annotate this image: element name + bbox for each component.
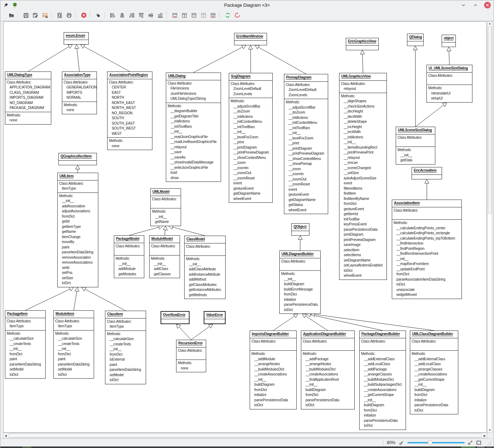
align-bottom-button[interactable] — [156, 11, 165, 20]
class-name: OverflowError — [161, 312, 189, 319]
re-layout-button[interactable] — [223, 11, 232, 20]
uml-class-ModuleModel[interactable]: ModuleModelClass Attributes:Methods:__in… — [149, 235, 180, 278]
zoom-slider-handle[interactable] — [428, 440, 432, 445]
uml-class-EricMainWindow[interactable]: EricMainWindow — [234, 33, 267, 45]
distribute-vertical-button[interactable] — [180, 11, 189, 20]
uml-class-EricArrowItem[interactable]: EricArrowItem — [412, 167, 442, 179]
uml-class-object[interactable]: object — [442, 35, 456, 47]
toolbar-separator — [104, 12, 106, 18]
toolbar-separator — [219, 12, 221, 18]
maximize-button[interactable] — [472, 1, 479, 8]
align-bottom-icon — [157, 12, 163, 18]
uml-class-ImportsDiagramBuilder[interactable]: ImportsDiagramBuilderClass Attributes:Me… — [250, 331, 297, 409]
uml-class-UMLClassDiagramBuilder[interactable]: UMLClassDiagramBuilderClass Attributes:M… — [410, 331, 458, 414]
uml-class-QDialog[interactable]: QDialog — [407, 34, 424, 46]
save-as-button[interactable] — [31, 11, 40, 20]
uml-class-AssociationItem[interactable]: AssociationItemClass Attributes:Methods:… — [392, 200, 462, 299]
uml-class-UMLDialog[interactable]: UMLDialogClass Attributes:FileVersionsJs… — [166, 73, 221, 182]
uml-class-PackageDiagramBuilder[interactable]: PackageDiagramBuilderClass Attributes:Me… — [359, 331, 406, 430]
zoom-slider[interactable] — [407, 440, 465, 446]
align-vcenter-button[interactable] — [146, 11, 156, 20]
align-right-button[interactable] — [127, 11, 136, 20]
uml-class-UMLItem[interactable]: UMLItemClass Attributes:ItemTypeMethods:… — [57, 173, 98, 287]
zoom-full-button[interactable] — [475, 440, 482, 446]
vertical-scrollbar-thumb[interactable] — [488, 26, 492, 214]
center-horizontal-icon — [191, 12, 197, 18]
toolbar-separator — [51, 12, 53, 18]
uml-class-enum.Enum[interactable]: enum.Enum — [64, 32, 89, 45]
uml-class-UMLModel[interactable]: UMLModelClass Attributes:Methods:__init_… — [150, 188, 181, 226]
class-name: RecursionError — [176, 340, 206, 348]
snap-to-grid-button[interactable] — [208, 11, 218, 20]
class-name: UMLDiagramBuilder — [280, 251, 320, 258]
methods-compartment: Methods:__addModule__arrangeNodes__build… — [250, 350, 296, 409]
uml-class-RecursionError[interactable]: RecursionErrorClass Attributes:Methods:n… — [176, 340, 206, 372]
titlebar[interactable]: eric Package Diagram <3> — [0, 0, 494, 10]
uml-class-ValueError[interactable]: ValueError — [204, 311, 226, 324]
uml-class-EricGraphicsView[interactable]: EricGraphicsView — [346, 38, 379, 50]
pin-icon[interactable] — [3, 2, 8, 8]
re-scan-button[interactable] — [232, 11, 242, 20]
methods-compartment: Methods:__init__getData — [396, 147, 435, 164]
close-button[interactable] — [484, 1, 491, 8]
uml-class-PackageItem[interactable]: PackageItemClass Attributes:ItemTypeMeth… — [5, 310, 46, 379]
distribute-vertical-icon — [181, 12, 187, 18]
align-hcenter-button[interactable] — [117, 11, 127, 20]
uml-class-PixmapDiagram[interactable]: PixmapDiagramClass Attributes:ZoomLevelD… — [284, 74, 328, 214]
uml-class-ClassModel[interactable]: ClassModelClass Attributes:Methods:__ini… — [184, 236, 226, 299]
uml-class-AssociationType[interactable]: AssociationTypeClass Attributes:GENERALI… — [62, 71, 97, 114]
scroll-right-arrow[interactable]: ▶ — [484, 434, 486, 437]
minimize-button[interactable] — [460, 1, 467, 8]
eric-app-icon: eric — [12, 2, 18, 8]
align-top-button[interactable] — [136, 11, 146, 20]
uml-class-UMLDialogType[interactable]: UMLDialogTypeClass Attributes:APPLICATIO… — [5, 71, 51, 125]
print-button[interactable] — [64, 11, 74, 20]
zoom-in-icon — [467, 440, 473, 446]
uml-class-UMLDiagramBuilder[interactable]: UMLDiagramBuilderClass Attributes:Method… — [279, 251, 321, 314]
zoom-percentage: 80% — [387, 440, 395, 445]
class-name: object — [442, 35, 455, 42]
toolbar-separator — [167, 12, 168, 18]
uml-class-ApplicationDiagramBuilder[interactable]: ApplicationDiagramBuilderClass Attribute… — [301, 331, 355, 409]
horizontal-scrollbar-thumb[interactable] — [8, 433, 482, 437]
methods-compartment: Methods:__addExternalClass__addLocalClas… — [360, 350, 406, 430]
uml-class-QGraphicsRectItem[interactable]: QGraphicsRectItem — [58, 153, 97, 165]
uml-class-UMLSceneSizeDialog[interactable]: UMLSceneSizeDialogClass Attributes:Metho… — [396, 127, 435, 165]
uml-class-SvgDiagram[interactable]: SvgDiagramClass Attributes:ZoomLevelDefa… — [229, 73, 273, 203]
save-button[interactable] — [21, 11, 31, 20]
uml-class-ModuleItem[interactable]: ModuleItemClass Attributes:ItemTypeMetho… — [53, 310, 94, 379]
attributes-compartment: Class Attributes:ItemType — [5, 318, 45, 330]
size-grip[interactable] — [486, 440, 492, 446]
attributes-compartment: Class Attributes:ZoomLevelDefaultZoomLev… — [284, 82, 328, 99]
methods-compartment: Methods:__init__getName — [151, 208, 181, 226]
scroll-left-arrow[interactable]: ◀ — [5, 434, 7, 437]
save-image-button[interactable] — [40, 11, 50, 20]
delete-shape-button[interactable] — [93, 11, 103, 20]
uml-class-QObject[interactable]: QObject — [291, 223, 309, 236]
taskbar-item — [486, 447, 492, 448]
uml-class-OverflowError[interactable]: OverflowError — [161, 311, 190, 324]
print-preview-button[interactable] — [55, 11, 64, 20]
align-left-button[interactable] — [108, 11, 117, 20]
re-scan-icon — [234, 12, 240, 18]
zoom-out-button[interactable] — [398, 440, 405, 446]
zoom-in-button[interactable] — [467, 440, 474, 446]
align-left-icon — [110, 12, 116, 18]
open-button[interactable] — [7, 11, 16, 20]
scroll-up-arrow[interactable]: ▲ — [488, 22, 492, 25]
center-horizontal-button[interactable] — [189, 11, 199, 20]
vertical-scrollbar[interactable]: ▲ ▼ — [487, 21, 492, 433]
class-name: ValueError — [204, 312, 225, 319]
scroll-down-arrow[interactable]: ▼ — [488, 429, 492, 432]
horizontal-scrollbar[interactable]: ◀ ▶ — [3, 433, 487, 438]
re-layout-icon — [225, 12, 231, 18]
center-vertical-button[interactable] — [199, 11, 208, 20]
uml-class-PackageModel[interactable]: PackageModelClass Attributes:Methods:__i… — [114, 235, 144, 278]
uml-class-AssociationPointRegion[interactable]: AssociationPointRegionClass Attributes:C… — [107, 71, 152, 150]
uml-class-UMLGraphicsView[interactable]: UMLGraphicsViewClass Attributes:relayout… — [339, 73, 387, 280]
uml-class-ClassItem[interactable]: ClassItemClass Attributes:ItemTypeMethod… — [105, 311, 146, 384]
attributes-compartment: Class Attributes: — [280, 258, 320, 271]
distribute-horizontal-button[interactable] — [170, 11, 180, 20]
uml-class-Ui_UMLSceneSizeDialog[interactable]: Ui_UMLSceneSizeDialogClass Attributes:Me… — [426, 65, 472, 103]
close-window-button[interactable] — [79, 11, 88, 20]
